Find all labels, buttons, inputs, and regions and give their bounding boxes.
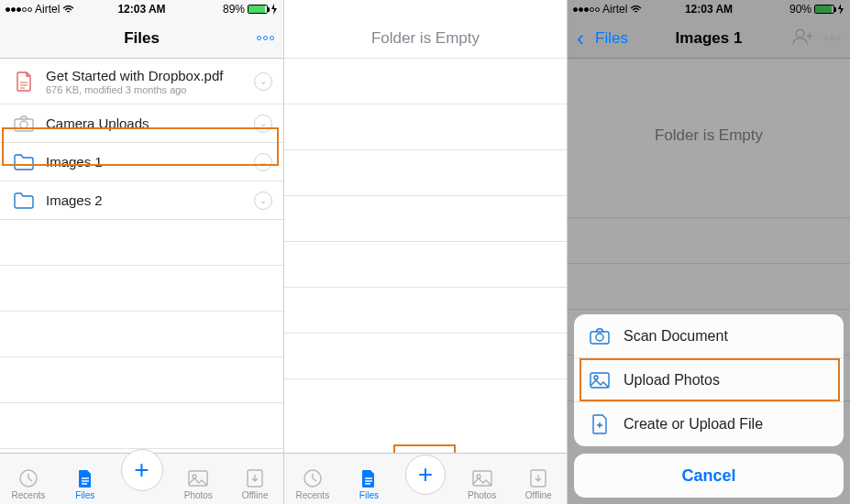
tab-label: Files: [359, 490, 379, 500]
sheet-label: Scan Document: [624, 328, 728, 345]
file-meta: 676 KB, modified 3 months ago: [46, 84, 254, 95]
tab-offline[interactable]: Offline: [510, 454, 567, 504]
tab-photos[interactable]: Photos: [170, 454, 226, 504]
list-item[interactable]: Camera Uploads ⌄: [0, 104, 283, 143]
fab-add-button[interactable]: +: [121, 449, 163, 491]
fab-add-button[interactable]: +: [405, 455, 446, 495]
folder-icon: [13, 191, 35, 211]
charging-icon: [270, 4, 278, 15]
action-sheet: Scan Document Upload Photos Create or Up…: [574, 314, 844, 498]
tab-label: Recents: [12, 490, 46, 500]
tab-offline[interactable]: Offline: [226, 454, 283, 504]
folder-list: Folder is Empty: [284, 18, 567, 453]
tab-photos[interactable]: Photos: [454, 454, 511, 504]
sheet-create-upload-file[interactable]: Create or Upload File: [574, 402, 844, 446]
camera-icon: [589, 326, 611, 346]
list-item[interactable]: Images 2 ⌄: [0, 181, 283, 220]
more-options-icon[interactable]: [257, 36, 274, 40]
tab-bar: Recents Files Photos Offline +: [0, 453, 283, 504]
add-person-icon[interactable]: [792, 27, 814, 49]
wifi-icon: [62, 5, 74, 14]
row-label: Camera Uploads: [46, 115, 254, 131]
svg-point-1: [20, 121, 28, 128]
svg-point-10: [796, 29, 804, 38]
chevron-down-icon[interactable]: ⌄: [254, 115, 272, 133]
status-bar: Airtel 12:03 AM 89%: [0, 0, 283, 18]
screen-action-sheet: Airtel 12:03 AM 90% ‹ Files Images 1 Fol…: [567, 0, 850, 504]
screen-empty-folder: Folder is Empty Recents Files Photos Off…: [283, 0, 567, 504]
tab-label: Offline: [525, 490, 552, 500]
sheet-upload-photos[interactable]: Upload Photos: [574, 358, 844, 402]
svg-point-14: [594, 376, 598, 379]
tab-label: Files: [75, 490, 94, 500]
tab-label: Photos: [468, 490, 496, 500]
chevron-down-icon[interactable]: ⌄: [254, 153, 272, 171]
chevron-down-icon[interactable]: ⌄: [254, 72, 272, 91]
tab-recents[interactable]: Recents: [284, 454, 341, 504]
row-label: Images 2: [46, 192, 254, 208]
tab-files[interactable]: Files: [341, 454, 398, 504]
nav-bar: Files: [0, 18, 283, 59]
screen-files-list: Airtel 12:03 AM 89% Files Get Started wi…: [0, 0, 283, 504]
list-item[interactable]: Get Started with Dropbox.pdf 676 KB, mod…: [0, 59, 283, 104]
sheet-label: Create or Upload File: [624, 416, 763, 433]
svg-point-12: [596, 334, 603, 341]
photo-icon: [589, 370, 611, 390]
file-plus-icon: [589, 414, 611, 434]
sheet-cancel-button[interactable]: Cancel: [574, 454, 844, 498]
tab-label: Offline: [242, 490, 269, 500]
list-item[interactable]: Images 1 ⌄: [0, 143, 283, 181]
tab-files[interactable]: Files: [57, 454, 114, 504]
camera-icon: [13, 114, 35, 134]
files-list: Get Started with Dropbox.pdf 676 KB, mod…: [0, 59, 283, 453]
sheet-scan-document[interactable]: Scan Document: [574, 314, 844, 358]
battery-percent: 89%: [223, 3, 245, 16]
chevron-down-icon[interactable]: ⌄: [254, 192, 272, 210]
tab-label: Recents: [295, 490, 329, 500]
nav-title: Files: [0, 29, 283, 48]
chevron-left-icon: ‹: [577, 27, 584, 49]
carrier-label: Airtel: [35, 3, 60, 16]
pdf-icon: [13, 71, 35, 92]
status-time: 12:03 AM: [117, 3, 165, 16]
sheet-label: Upload Photos: [624, 372, 720, 389]
tab-bar: Recents Files Photos Offline +: [284, 453, 567, 504]
back-button[interactable]: ‹ Files: [577, 27, 628, 49]
battery-icon: [248, 5, 268, 14]
tab-recents[interactable]: Recents: [0, 454, 57, 504]
more-options-icon[interactable]: [823, 36, 841, 40]
folder-icon: [13, 152, 35, 172]
empty-state-text: Folder is Empty: [371, 29, 480, 48]
row-label: Images 1: [46, 154, 254, 170]
back-label: Files: [595, 29, 628, 48]
tab-label: Photos: [184, 490, 213, 500]
file-name: Get Started with Dropbox.pdf: [46, 68, 254, 83]
signal-strength-icon: [6, 7, 32, 12]
